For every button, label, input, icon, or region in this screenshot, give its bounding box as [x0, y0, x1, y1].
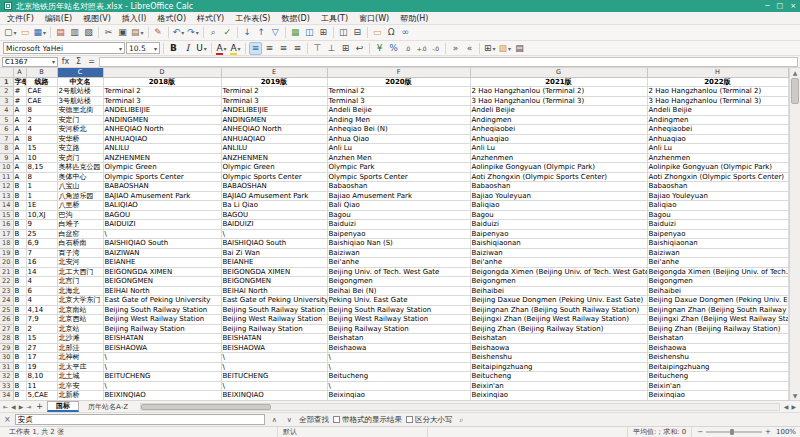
- cell-F13[interactable]: Bajiao Amusement Park: [327, 191, 470, 201]
- cell-G4[interactable]: Andeli Beijie: [470, 106, 647, 116]
- cell-F27[interactable]: Beijing Railway Station: [327, 324, 470, 334]
- align-left-icon[interactable]: ≡: [249, 42, 262, 55]
- cell-D23[interactable]: BEIHAI North: [103, 286, 221, 296]
- cell-H13[interactable]: Bajiao Youleyuan: [647, 191, 788, 201]
- cell-H18[interactable]: Baishiqiaonan: [647, 239, 788, 249]
- zoom-out-icon[interactable]: −: [697, 428, 703, 436]
- find-replace-icon[interactable]: ⌕: [207, 26, 220, 39]
- cell-D14[interactable]: BALIQIAO: [103, 201, 221, 211]
- cell-B33[interactable]: 11: [26, 381, 57, 391]
- underline-icon[interactable]: U▾: [195, 42, 208, 55]
- row-header-15[interactable]: 15: [0, 210, 13, 220]
- cell-E27[interactable]: Beijing Railway Station: [221, 324, 327, 334]
- cell-C14[interactable]: 八里桥: [57, 201, 103, 211]
- cell-C31[interactable]: 北太平庄: [57, 362, 103, 372]
- cell-C20[interactable]: 北安河: [57, 258, 103, 268]
- cell-H12[interactable]: Babaoshan: [647, 182, 788, 192]
- insert-comment-icon[interactable]: ▭: [371, 26, 384, 39]
- cell-A32[interactable]: B: [13, 372, 26, 382]
- cell-C17[interactable]: 白盆窑: [57, 229, 103, 239]
- cell-C9[interactable]: 安贞门: [57, 153, 103, 163]
- row-header-24[interactable]: 24: [0, 296, 13, 306]
- cell-F23[interactable]: Beihai Bei (N): [327, 286, 470, 296]
- cell-C13[interactable]: 八角游乐园: [57, 191, 103, 201]
- function-wizard-icon[interactable]: fx: [60, 57, 71, 66]
- cell-D31[interactable]: \: [103, 362, 221, 372]
- vertical-scrollbar[interactable]: ▲ ▼: [789, 68, 800, 400]
- cell-H19[interactable]: Baiziwan: [647, 248, 788, 258]
- cell-H23[interactable]: Beihaibei: [647, 286, 788, 296]
- cell-F28[interactable]: Beishatan: [327, 334, 470, 344]
- menu-item-工作表[interactable]: 工作表(S): [235, 13, 270, 24]
- cell-E26[interactable]: Beijing West Railway Station: [221, 315, 327, 325]
- row-header-17[interactable]: 17: [0, 229, 13, 239]
- cell-E33[interactable]: \: [221, 381, 327, 391]
- cell-B21[interactable]: 14: [26, 267, 57, 277]
- row-header-31[interactable]: 31: [0, 362, 13, 372]
- cell-G23[interactable]: Beihaibei: [470, 286, 647, 296]
- cell-G6[interactable]: Anheqiaobei: [470, 125, 647, 135]
- column-header-E[interactable]: E: [221, 68, 327, 77]
- formula-input[interactable]: [99, 57, 798, 67]
- cell-F17[interactable]: Baipenyao: [327, 229, 470, 239]
- cell-G11[interactable]: Aoti Zhongxin (Olympic Sports Center): [470, 172, 647, 182]
- column-header-C[interactable]: C: [57, 68, 103, 77]
- align-center-icon[interactable]: ≡: [263, 42, 276, 55]
- cell-A23[interactable]: B: [13, 286, 26, 296]
- clone-formatting-icon[interactable]: ✎: [152, 26, 165, 39]
- cell-B16[interactable]: 9: [26, 220, 57, 230]
- cell-D19[interactable]: BAIZIWAN: [103, 248, 221, 258]
- cell-C30[interactable]: 北神树: [57, 353, 103, 363]
- cell-G31[interactable]: Beitaipingzhuang: [470, 362, 647, 372]
- cell-H32[interactable]: Beitucheng: [647, 372, 788, 382]
- cell-H33[interactable]: Beixin'an: [647, 381, 788, 391]
- autofilter-icon[interactable]: ▽: [269, 26, 282, 39]
- menu-item-窗口[interactable]: 窗口(W): [359, 13, 389, 24]
- font-name-combo[interactable]: Microsoft YaHei ▾: [3, 42, 125, 54]
- menu-item-数据[interactable]: 数据(D): [281, 13, 309, 24]
- cell-D20[interactable]: BEIANHE: [103, 258, 221, 268]
- column-header-H[interactable]: H: [647, 68, 788, 77]
- justify-icon[interactable]: ≡: [291, 42, 304, 55]
- cell-F10[interactable]: Olympic Park: [327, 163, 470, 173]
- cell-A6[interactable]: A: [13, 125, 26, 135]
- cell-G3[interactable]: 3 Hao Hangzhanlou (Terminal 3): [470, 96, 647, 106]
- copy-icon[interactable]: ▣: [116, 26, 129, 39]
- cell-E13[interactable]: BAJIAO Amusement Park: [221, 191, 327, 201]
- cell-A34[interactable]: B: [13, 391, 26, 401]
- cell-C22[interactable]: 北宫门: [57, 277, 103, 287]
- cell-G34[interactable]: Beixinqiao: [470, 391, 647, 401]
- zoom-in-icon[interactable]: +: [765, 428, 771, 436]
- cell-D4[interactable]: ANDELIBEIJIE: [103, 106, 221, 116]
- cell-G15[interactable]: Bagou: [470, 210, 647, 220]
- cell-B17[interactable]: 25: [26, 229, 57, 239]
- row-header-13[interactable]: 13: [0, 191, 13, 201]
- cell-A19[interactable]: B: [13, 248, 26, 258]
- increase-indent-icon[interactable]: »: [449, 42, 462, 55]
- cell-D16[interactable]: BAIDUIZI: [103, 220, 221, 230]
- cell-E34[interactable]: BEIXINQIAO: [221, 391, 327, 401]
- cell-A5[interactable]: A: [13, 115, 26, 125]
- cell-G30[interactable]: Beishenshu: [470, 353, 647, 363]
- cell-A2[interactable]: #: [13, 87, 26, 97]
- row-header-12[interactable]: 12: [0, 182, 13, 192]
- cell-H25[interactable]: Beijingnan Zhan (Beijing South Railway S…: [647, 305, 788, 315]
- cell-D13[interactable]: BAJIAO Amusement Park: [103, 191, 221, 201]
- row-header-33[interactable]: 33: [0, 381, 13, 391]
- next-sheet-icon[interactable]: ▶: [18, 403, 25, 410]
- cell-A25[interactable]: B: [13, 305, 26, 315]
- menu-item-文件[interactable]: 文件(F): [7, 13, 34, 24]
- cell-G12[interactable]: Babaoshan: [470, 182, 647, 192]
- new-document-icon[interactable]: ▢▾: [3, 26, 18, 39]
- cell-B31[interactable]: 19: [26, 362, 57, 372]
- cell-E7[interactable]: ANHUAQIAO: [221, 134, 327, 144]
- cell-G29[interactable]: Beishaowa: [470, 343, 647, 353]
- cell-E17[interactable]: \: [221, 229, 327, 239]
- close-icon[interactable]: ×: [790, 2, 796, 10]
- cell-F20[interactable]: Bei'anhe: [327, 258, 470, 268]
- cell-C27[interactable]: 北京站: [57, 324, 103, 334]
- row-header-6[interactable]: 6: [0, 125, 13, 135]
- row-header-27[interactable]: 27: [0, 324, 13, 334]
- cell-G10[interactable]: Aolinpike Gongyuan (Olympic Park): [470, 163, 647, 173]
- cell-C29[interactable]: 北邵洼: [57, 343, 103, 353]
